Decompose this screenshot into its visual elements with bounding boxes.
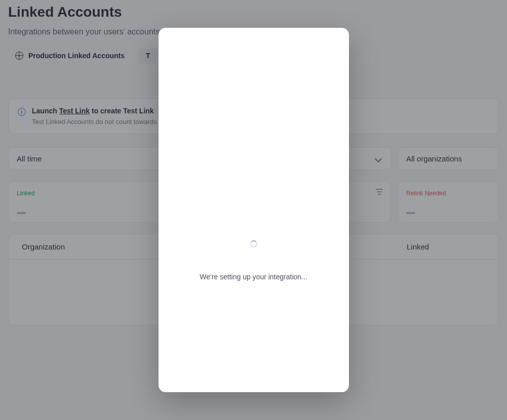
integration-setup-modal: We're setting up your integration... <box>159 28 349 392</box>
modal-message: We're setting up your integration... <box>200 273 307 281</box>
modal-overlay[interactable]: We're setting up your integration... <box>0 0 507 420</box>
spinner-icon <box>250 240 257 247</box>
